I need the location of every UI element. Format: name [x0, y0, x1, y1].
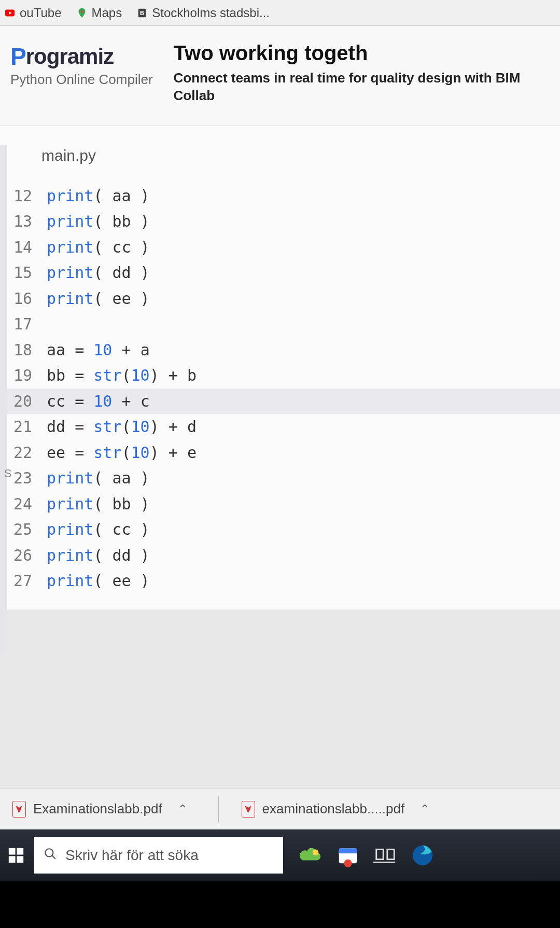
line-number: 16 — [10, 286, 47, 312]
code-content[interactable]: bb = str(10) + b — [47, 363, 197, 389]
code-line[interactable]: 19bb = str(10) + b — [0, 363, 560, 389]
code-content[interactable]: print( bb ) — [47, 209, 150, 234]
code-content[interactable]: print( aa ) — [47, 465, 150, 491]
line-number: 26 — [10, 543, 47, 569]
code-content[interactable]: print( aa ) — [47, 183, 150, 209]
code-line[interactable]: 13print( bb ) — [0, 209, 560, 234]
code-line[interactable]: 15print( dd ) — [0, 260, 560, 286]
bookmark-maps[interactable]: Maps — [76, 6, 122, 20]
line-number: 21 — [10, 414, 47, 440]
bottom-bezel — [0, 881, 560, 928]
line-number: 17 — [10, 311, 47, 337]
code-lines[interactable]: 12print( aa )13print( bb )14print( cc )1… — [0, 183, 560, 594]
svg-rect-6 — [9, 856, 16, 863]
left-sidebar-stub — [0, 145, 7, 654]
page-header: Programiz Python Online Compiler Two wor… — [0, 26, 560, 126]
download-item-1[interactable]: ⮟ Examinationslabb.pdf ⌃ — [5, 796, 203, 823]
ad-block[interactable]: Two working togeth Connect teams in real… — [169, 41, 550, 105]
code-content[interactable]: ee = str(10) + e — [47, 440, 197, 466]
maps-icon — [76, 7, 88, 19]
line-number: 25 — [10, 517, 47, 543]
svg-rect-5 — [17, 848, 23, 855]
code-line[interactable]: 18aa = 10 + a — [0, 337, 560, 363]
code-content[interactable]: print( bb ) — [47, 491, 150, 517]
filename-tab[interactable]: main.py — [0, 136, 560, 183]
download-label: examinationslabb.....pdf — [262, 801, 405, 817]
line-number: 20 — [10, 389, 47, 414]
code-line[interactable]: 27print( ee ) — [0, 568, 560, 594]
weather-icon[interactable] — [299, 843, 323, 867]
line-number: 19 — [10, 363, 47, 389]
brand-subtitle: Python Online Compiler — [10, 72, 153, 88]
code-line[interactable]: 17 — [0, 311, 560, 337]
bookmark-label: ouTube — [20, 6, 62, 20]
taskbar-icons — [299, 843, 435, 867]
line-number: 13 — [10, 209, 47, 234]
code-content[interactable]: cc = 10 + c — [47, 389, 150, 414]
code-line[interactable]: 14print( cc ) — [0, 234, 560, 260]
youtube-icon — [4, 7, 16, 19]
code-line[interactable]: 25print( cc ) — [0, 517, 560, 543]
code-line[interactable]: 24print( bb ) — [0, 491, 560, 517]
code-content[interactable]: print( ee ) — [47, 286, 150, 312]
code-content[interactable]: print( dd ) — [47, 260, 150, 286]
line-number: 23 — [10, 465, 47, 491]
taskbar-search[interactable]: Skriv här för att söka — [34, 837, 283, 874]
chevron-up-icon[interactable]: ⌃ — [412, 802, 438, 816]
svg-text:B: B — [140, 9, 144, 16]
side-tool-icons: S — [0, 467, 16, 480]
svg-point-13 — [344, 860, 352, 867]
brand-rest: rogramiz — [26, 44, 114, 68]
bookmarks-bar: ouTube Maps B Stockholms stadsbi... — [0, 0, 560, 26]
code-content[interactable]: print( ee ) — [47, 568, 150, 594]
code-line[interactable]: 16print( ee ) — [0, 286, 560, 312]
code-editor[interactable]: main.py 12print( aa )13print( bb )14prin… — [0, 126, 560, 610]
calendar-icon[interactable] — [336, 843, 360, 867]
line-number: 12 — [10, 183, 47, 209]
line-number: 22 — [10, 440, 47, 466]
code-content[interactable]: aa = 10 + a — [47, 337, 150, 363]
brand-letter: P — [10, 43, 26, 71]
pdf-icon: ⮟ — [12, 801, 26, 818]
svg-point-1 — [80, 10, 83, 12]
ad-title: Two working togeth — [174, 41, 550, 64]
download-label: Examinationslabb.pdf — [33, 801, 162, 817]
bookmark-youtube[interactable]: ouTube — [4, 6, 62, 20]
svg-point-8 — [45, 849, 53, 856]
code-content[interactable]: print( cc ) — [47, 517, 150, 543]
ad-subtitle: Connect teams in real time for quality d… — [174, 70, 550, 105]
code-line[interactable]: 20cc = 10 + c — [0, 389, 560, 414]
search-placeholder: Skriv här för att söka — [65, 847, 199, 864]
svg-rect-7 — [17, 856, 23, 863]
brand-logo[interactable]: Programiz — [10, 41, 153, 70]
code-line[interactable]: 26print( dd ) — [0, 543, 560, 569]
side-icon[interactable]: S — [4, 467, 12, 480]
code-content[interactable]: print( cc ) — [47, 234, 150, 260]
code-line[interactable]: 21dd = str(10) + d — [0, 414, 560, 440]
code-line[interactable]: 23print( aa ) — [0, 465, 560, 491]
bookmark-stockholm[interactable]: B Stockholms stadsbi... — [136, 6, 270, 20]
start-button[interactable] — [3, 842, 29, 868]
code-line[interactable]: 22ee = str(10) + e — [0, 440, 560, 466]
library-icon: B — [136, 7, 148, 19]
task-view-icon[interactable] — [373, 843, 397, 867]
downloads-bar: ⮟ Examinationslabb.pdf ⌃ ⮟ examinationsl… — [0, 788, 560, 829]
code-line[interactable]: 12print( aa ) — [0, 183, 560, 209]
download-item-2[interactable]: ⮟ examinationslabb.....pdf ⌃ — [234, 796, 445, 823]
line-number: 18 — [10, 337, 47, 363]
svg-line-9 — [52, 855, 55, 859]
svg-rect-12 — [339, 849, 357, 854]
edge-icon[interactable] — [411, 843, 435, 867]
pdf-icon: ⮟ — [242, 801, 255, 818]
code-content[interactable]: print( dd ) — [47, 543, 150, 569]
line-number: 27 — [10, 568, 47, 594]
line-number: 15 — [10, 260, 47, 286]
taskbar: Skriv här för att söka — [0, 829, 560, 881]
svg-point-10 — [313, 850, 319, 856]
chevron-up-icon[interactable]: ⌃ — [170, 802, 195, 816]
svg-rect-15 — [387, 850, 394, 860]
search-icon — [44, 847, 57, 864]
logo-block: Programiz Python Online Compiler — [10, 41, 169, 88]
line-number: 14 — [10, 234, 47, 260]
code-content[interactable]: dd = str(10) + d — [47, 414, 197, 440]
